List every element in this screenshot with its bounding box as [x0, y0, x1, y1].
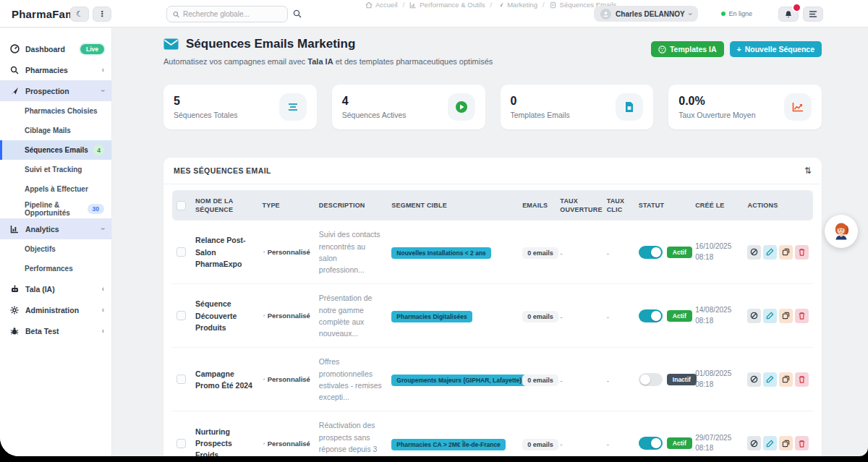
- sidebar-item-beta-test[interactable]: Beta Test ‹: [0, 320, 111, 341]
- sidebar-label: Appels à Effectuer: [25, 185, 104, 193]
- sidebar-item-sequences-emails[interactable]: Séquences Emails 4: [0, 140, 111, 160]
- status-badge: Inactif: [667, 374, 697, 385]
- view-button[interactable]: [747, 309, 761, 323]
- sidebar-label: Prospection: [25, 87, 96, 95]
- stat-label: Templates Emails: [511, 111, 570, 119]
- chevron-left-icon: ‹: [102, 285, 104, 293]
- pencil-icon: [766, 375, 774, 383]
- sidebar-item-suivi-tracking[interactable]: Suivi et Tracking: [0, 160, 111, 179]
- status-toggle[interactable]: [639, 437, 663, 450]
- user-menu[interactable]: Charles DELANNOY ›: [594, 6, 698, 22]
- table-row: Nurturing Prospects Froids Personnalisé …: [172, 411, 813, 456]
- delete-button[interactable]: [795, 309, 809, 323]
- duplicate-button[interactable]: [779, 245, 793, 260]
- select-all-checkbox[interactable]: [176, 201, 186, 210]
- stat-value: 0: [511, 95, 570, 108]
- breadcrumb-performance[interactable]: Performance & Outils: [409, 1, 485, 9]
- stat-value: 0.0%: [678, 95, 755, 108]
- column-header: DESCRIPTION: [315, 190, 387, 221]
- created-time: 08:18: [695, 443, 739, 454]
- play-icon: [448, 93, 475, 121]
- status-toggle[interactable]: [639, 373, 663, 386]
- breadcrumb-separator: /: [542, 1, 545, 9]
- document-icon: [550, 1, 557, 9]
- global-search[interactable]: [166, 6, 288, 22]
- duplicate-button[interactable]: [779, 436, 793, 450]
- edit-button[interactable]: [763, 309, 777, 323]
- sidebar-item-pharmacies[interactable]: Pharmacies ‹: [0, 59, 111, 80]
- plus-icon: +: [737, 45, 741, 54]
- column-header: TAUX CLIC: [603, 190, 634, 221]
- sidebar-item-pipeline[interactable]: Pipeline & Opportunités 30: [0, 199, 111, 218]
- status-toggle[interactable]: [639, 246, 663, 259]
- created-time: 08:18: [695, 316, 739, 327]
- row-checkbox[interactable]: [176, 247, 186, 257]
- row-checkbox[interactable]: [176, 439, 186, 448]
- sidebar-item-dashboard[interactable]: Dashboard Live: [0, 38, 111, 59]
- delete-button[interactable]: [795, 245, 809, 260]
- segment-badge: Pharmacies Digitalisées: [391, 311, 472, 322]
- paper-plane-icon: [263, 312, 265, 319]
- tala-assistant-button[interactable]: [825, 215, 858, 248]
- page-title: Séquences Emails Marketing: [186, 37, 355, 51]
- status-toggle[interactable]: [639, 309, 663, 322]
- view-button[interactable]: [747, 245, 761, 260]
- row-checkbox[interactable]: [176, 375, 186, 384]
- breadcrumb-home[interactable]: Accueil: [365, 1, 398, 9]
- menu-kebab-button[interactable]: ⋮: [93, 7, 111, 22]
- chevron-left-icon: ‹: [102, 66, 104, 74]
- view-button[interactable]: [747, 372, 761, 387]
- duplicate-button[interactable]: [779, 309, 793, 323]
- activity-list-button[interactable]: [803, 7, 823, 22]
- edit-button[interactable]: [763, 372, 777, 387]
- count-badge: 4: [93, 145, 104, 155]
- notifications-button[interactable]: [778, 7, 799, 22]
- search-input[interactable]: [183, 10, 281, 18]
- edit-button[interactable]: [763, 436, 777, 450]
- online-dot: [721, 12, 726, 16]
- templates-ia-label: Templates IA: [670, 45, 717, 54]
- sidebar-item-prospection[interactable]: Prospection ›: [0, 80, 111, 101]
- sidebar-item-appels[interactable]: Appels à Effectuer: [0, 179, 111, 199]
- created-date: 01/08/2025: [695, 369, 739, 380]
- column-header: CRÉÉ LE: [691, 190, 743, 221]
- top-bar: PharmaFame ☾ ⋮ Accueil / Performance & O…: [0, 0, 868, 27]
- pencil-icon: [766, 248, 774, 256]
- trash-icon: [798, 312, 806, 320]
- column-header: TYPE: [258, 190, 315, 221]
- sequence-type: Personnalisé: [268, 375, 310, 383]
- sidebar-item-performances[interactable]: Performances: [0, 259, 111, 278]
- trash-icon: [798, 248, 806, 256]
- row-checkbox[interactable]: [176, 311, 186, 320]
- subtitle-text: et des templates pharmaceutiques optimis…: [333, 57, 493, 66]
- breadcrumb-marketing[interactable]: Marketing: [497, 1, 537, 9]
- delete-button[interactable]: [795, 372, 809, 387]
- delete-button[interactable]: [795, 436, 809, 450]
- stat-value: 4: [342, 95, 407, 108]
- column-header: EMAILS: [518, 190, 556, 221]
- templates-ia-button[interactable]: Templates IA: [651, 41, 724, 57]
- column-header: ACTIONS: [743, 190, 813, 221]
- copy-icon: [782, 312, 790, 320]
- view-button[interactable]: [747, 436, 761, 450]
- sidebar-item-administration[interactable]: Administration ‹: [0, 299, 111, 320]
- edit-button[interactable]: [763, 245, 777, 260]
- sequence-description: Offres promotionnelles estivales - remis…: [319, 356, 383, 403]
- sidebar-item-analytics[interactable]: Analytics ›: [0, 218, 111, 239]
- duplicate-button[interactable]: [779, 372, 793, 387]
- sidebar-item-pharmacies-choisies[interactable]: Pharmacies Choisies: [0, 101, 111, 121]
- stat-card-total: 5 Séquences Totales: [163, 85, 317, 129]
- dark-mode-button[interactable]: ☾: [70, 7, 89, 22]
- search-icon: [9, 66, 20, 74]
- sidebar-label: Performances: [25, 265, 104, 273]
- sidebar-item-tala-ia[interactable]: Tala (IA) ‹: [0, 278, 111, 299]
- robot-icon: [9, 285, 20, 294]
- sidebar-item-ciblage-mails[interactable]: Ciblage Mails: [0, 121, 111, 140]
- new-sequence-button[interactable]: + Nouvelle Séquence: [730, 41, 822, 57]
- search-submit-icon[interactable]: [293, 9, 302, 18]
- sidebar-item-objectifs[interactable]: Objectifs: [0, 239, 111, 259]
- sort-icon[interactable]: ⇅: [804, 166, 812, 176]
- kebab-icon: ⋮: [98, 9, 106, 19]
- file-icon: [616, 93, 643, 121]
- sidebar-label: Suivi et Tracking: [25, 166, 104, 174]
